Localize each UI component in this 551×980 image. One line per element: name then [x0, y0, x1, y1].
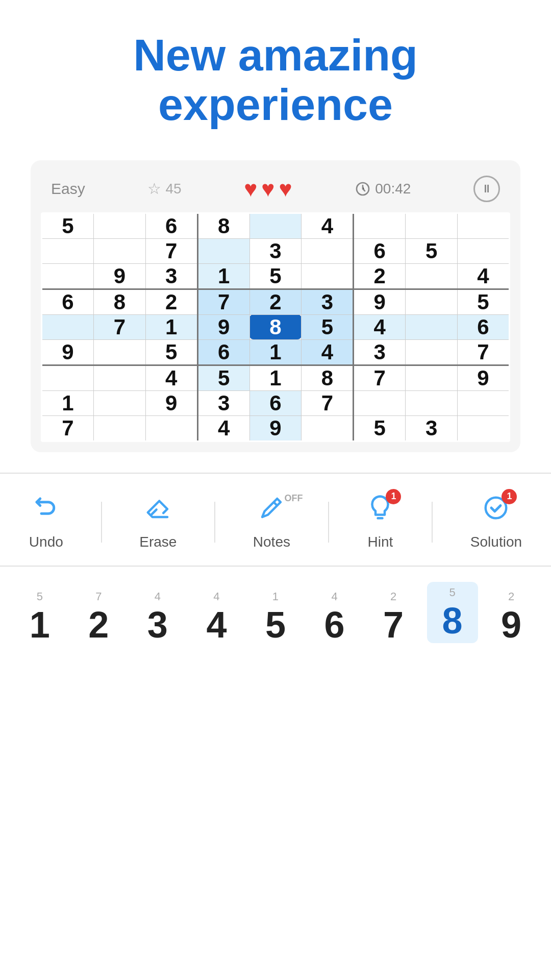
- cell-2-4[interactable]: 5: [249, 263, 302, 289]
- cell-5-3[interactable]: 6: [197, 339, 249, 365]
- cell-2-2[interactable]: 3: [145, 263, 197, 289]
- numpad-9[interactable]: 29: [486, 590, 537, 643]
- cell-2-0[interactable]: [42, 263, 94, 289]
- cell-5-1[interactable]: [93, 339, 145, 365]
- cell-4-7[interactable]: [406, 314, 458, 339]
- cell-6-4[interactable]: 1: [249, 365, 302, 390]
- cell-6-8[interactable]: 9: [458, 365, 510, 390]
- cell-8-0[interactable]: 7: [42, 415, 94, 441]
- cell-1-2[interactable]: 7: [145, 238, 197, 263]
- cell-8-1[interactable]: [93, 415, 145, 441]
- cell-1-1[interactable]: [93, 238, 145, 263]
- cell-0-8[interactable]: [458, 213, 510, 238]
- cell-4-0[interactable]: [42, 314, 94, 339]
- cell-0-6[interactable]: [354, 213, 406, 238]
- cell-4-4[interactable]: 8: [249, 314, 302, 339]
- cell-7-6[interactable]: [354, 390, 406, 415]
- cell-3-1[interactable]: 8: [93, 289, 145, 314]
- cell-0-0[interactable]: 5: [42, 213, 94, 238]
- numpad-6[interactable]: 46: [309, 590, 360, 643]
- cell-7-8[interactable]: [458, 390, 510, 415]
- cell-6-7[interactable]: [406, 365, 458, 390]
- cell-3-8[interactable]: 5: [458, 289, 510, 314]
- heart-1: ♥: [244, 176, 257, 202]
- numpad-1[interactable]: 51: [14, 590, 65, 643]
- cell-6-5[interactable]: 8: [302, 365, 354, 390]
- cell-0-2[interactable]: 6: [145, 213, 197, 238]
- cell-2-3[interactable]: 1: [197, 263, 249, 289]
- cell-7-7[interactable]: [406, 390, 458, 415]
- cell-3-0[interactable]: 6: [42, 289, 94, 314]
- cell-5-2[interactable]: 5: [145, 339, 197, 365]
- cell-7-2[interactable]: 9: [145, 390, 197, 415]
- cell-5-8[interactable]: 7: [458, 339, 510, 365]
- cell-6-0[interactable]: [42, 365, 94, 390]
- cell-4-1[interactable]: 7: [93, 314, 145, 339]
- cell-3-3[interactable]: 7: [197, 289, 249, 314]
- cell-4-3[interactable]: 9: [197, 314, 249, 339]
- numpad-4[interactable]: 44: [191, 590, 242, 643]
- cell-3-5[interactable]: 3: [302, 289, 354, 314]
- cell-0-5[interactable]: 4: [302, 213, 354, 238]
- cell-7-3[interactable]: 3: [197, 390, 249, 415]
- cell-6-3[interactable]: 5: [197, 365, 249, 390]
- cell-7-5[interactable]: 7: [302, 390, 354, 415]
- cell-6-6[interactable]: 7: [354, 365, 406, 390]
- numpad-8[interactable]: 58: [427, 582, 478, 643]
- cell-4-8[interactable]: 6: [458, 314, 510, 339]
- cell-8-6[interactable]: 5: [354, 415, 406, 441]
- cell-2-5[interactable]: [302, 263, 354, 289]
- cell-8-8[interactable]: [458, 415, 510, 441]
- cell-2-7[interactable]: [406, 263, 458, 289]
- cell-1-5[interactable]: [302, 238, 354, 263]
- cell-7-4[interactable]: 6: [249, 390, 302, 415]
- cell-8-2[interactable]: [145, 415, 197, 441]
- cell-5-6[interactable]: 3: [354, 339, 406, 365]
- erase-button[interactable]: Erase: [139, 494, 177, 550]
- undo-button[interactable]: Undo: [29, 494, 63, 550]
- cell-3-6[interactable]: 9: [354, 289, 406, 314]
- cell-0-7[interactable]: [406, 213, 458, 238]
- cell-5-0[interactable]: 9: [42, 339, 94, 365]
- cell-3-2[interactable]: 2: [145, 289, 197, 314]
- cell-1-0[interactable]: [42, 238, 94, 263]
- cell-8-7[interactable]: 3: [406, 415, 458, 441]
- cell-2-1[interactable]: 9: [93, 263, 145, 289]
- numpad-3[interactable]: 43: [132, 590, 183, 643]
- cell-4-5[interactable]: 5: [302, 314, 354, 339]
- numpad-2[interactable]: 72: [73, 590, 124, 643]
- cell-0-3[interactable]: 8: [197, 213, 249, 238]
- numpad-7[interactable]: 27: [368, 590, 419, 643]
- cell-8-4[interactable]: 9: [249, 415, 302, 441]
- cell-5-5[interactable]: 4: [302, 339, 354, 365]
- cell-5-7[interactable]: [406, 339, 458, 365]
- cell-2-6[interactable]: 2: [354, 263, 406, 289]
- cell-2-8[interactable]: 4: [458, 263, 510, 289]
- notes-button[interactable]: OFF Notes: [253, 494, 290, 550]
- cell-4-6[interactable]: 4: [354, 314, 406, 339]
- solution-button[interactable]: 1 Solution: [470, 494, 522, 550]
- cell-1-4[interactable]: 3: [249, 238, 302, 263]
- cell-5-4[interactable]: 1: [249, 339, 302, 365]
- pause-button[interactable]: ⏸: [473, 176, 500, 202]
- cell-7-0[interactable]: 1: [42, 390, 94, 415]
- cell-1-6[interactable]: 6: [354, 238, 406, 263]
- cell-1-7[interactable]: 5: [406, 238, 458, 263]
- cell-6-2[interactable]: 4: [145, 365, 197, 390]
- cell-3-7[interactable]: [406, 289, 458, 314]
- divider-1: [101, 502, 102, 543]
- cell-3-4[interactable]: 2: [249, 289, 302, 314]
- hint-button[interactable]: 1 Hint: [366, 494, 394, 550]
- cell-7-1[interactable]: [93, 390, 145, 415]
- cell-0-1[interactable]: [93, 213, 145, 238]
- numpad-5[interactable]: 15: [250, 590, 301, 643]
- sudoku-grid[interactable]: 5684736593152468272395719854695614374518…: [41, 212, 510, 442]
- cell-0-4[interactable]: [249, 213, 302, 238]
- cell-8-3[interactable]: 4: [197, 415, 249, 441]
- cell-1-3[interactable]: [197, 238, 249, 263]
- cell-1-8[interactable]: [458, 238, 510, 263]
- cell-6-1[interactable]: [93, 365, 145, 390]
- notes-off-tag: OFF: [284, 493, 303, 504]
- cell-8-5[interactable]: [302, 415, 354, 441]
- cell-4-2[interactable]: 1: [145, 314, 197, 339]
